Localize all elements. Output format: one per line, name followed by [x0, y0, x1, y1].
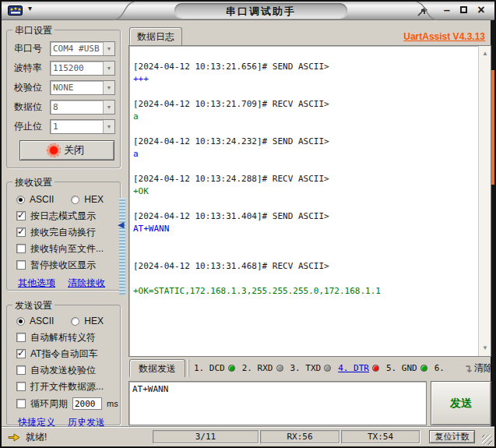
send-option-auto-parity[interactable]: 自动发送校验位	[16, 364, 120, 376]
cycle-checkbox[interactable]	[16, 399, 26, 408]
recv-option-log-mode[interactable]: 按日志模式显示	[16, 210, 120, 222]
log-line: a	[133, 111, 475, 124]
auto-parity-checkbox[interactable]	[16, 365, 26, 375]
auto-newline-checkbox[interactable]	[16, 228, 26, 237]
log-line: [2024-04-12 10:13:31.404]# SEND ASCII>	[133, 211, 475, 224]
chevron-down-icon[interactable]: ▼	[103, 81, 114, 94]
close-port-label: 关闭	[64, 143, 84, 157]
chevron-down-icon[interactable]: ▼	[103, 101, 114, 114]
stop-bits-select[interactable]: 1 ▼	[50, 119, 115, 134]
send-input[interactable]: AT+WANN	[128, 381, 427, 425]
maximize-button[interactable]	[456, 3, 470, 17]
resize-grip[interactable]	[482, 435, 492, 445]
parity-label: 校验位	[14, 81, 50, 94]
pin-6: 6.	[434, 363, 455, 373]
close-window-button[interactable]: ×	[474, 3, 488, 17]
pin-gnd: 5. GND	[386, 363, 427, 373]
file-source-checkbox[interactable]	[16, 382, 26, 391]
pause-display-checkbox[interactable]	[16, 260, 26, 270]
recv-hex-radio[interactable]	[71, 196, 79, 204]
send-hex-radio[interactable]	[71, 317, 79, 326]
status-ready-text: 就绪!	[26, 431, 47, 444]
log-line	[133, 161, 475, 174]
log-mode-checkbox[interactable]	[16, 211, 26, 220]
pause-display-label: 暂停接收区显示	[30, 259, 96, 272]
recv-hex-label: HEX	[84, 194, 104, 205]
com-port-label: 串口号	[14, 42, 50, 55]
auto-parity-label: 自动发送校验位	[30, 364, 96, 377]
send-option-cycle[interactable]: 循环周期 ms	[16, 397, 120, 411]
tab-data-send[interactable]: 数据发送	[129, 359, 185, 377]
more-options-link[interactable]: 其他选项	[18, 277, 55, 289]
escape-checkbox[interactable]	[16, 333, 26, 342]
scroll-up-icon[interactable]: ▲	[479, 48, 491, 60]
port-open-led-icon	[50, 146, 58, 154]
send-format-radios: ASCII HEX	[16, 315, 120, 327]
recv-option-pause-display[interactable]: 暂停接收区显示	[16, 259, 120, 271]
at-cr-label: AT指令自动回车	[30, 347, 97, 361]
recv-ascii-label: ASCII	[30, 194, 54, 205]
group-serial-settings: 串口设置 串口号 COM4 #USB ▼ 波特率 115200 ▼ 校验位 NO…	[6, 30, 121, 168]
log-line: [2024-04-12 10:13:24.288]# RECV ASCII>	[133, 174, 475, 186]
pin-txd: 3. TXD	[290, 363, 332, 373]
group-send-settings: 发送设置 ASCII HEX 自动解析转义符 AT指令自动回车 自动发送校验位 …	[6, 305, 121, 425]
field-data-bits: 数据位 8 ▼	[14, 100, 115, 115]
log-scrollbar[interactable]: ▲ ▼	[478, 46, 491, 356]
statusbar: 就绪! 3/11 RX:56 TX:54 复位计数	[2, 428, 494, 446]
txd-led-icon	[324, 365, 331, 372]
data-bits-select[interactable]: 8 ▼	[50, 100, 115, 115]
recv-ascii-radio[interactable]	[16, 196, 25, 204]
at-cr-checkbox[interactable]	[16, 349, 26, 358]
log-line: [2024-04-12 10:13:24.232]# SEND ASCII>	[133, 136, 475, 149]
app-menu-caret-icon[interactable]: ▾	[28, 4, 32, 12]
app-icon[interactable]	[8, 5, 23, 16]
group-serial-title: 串口设置	[12, 24, 55, 37]
cycle-period-input[interactable]	[72, 397, 102, 410]
recv-to-file-checkbox[interactable]	[16, 244, 26, 253]
scroll-down-icon[interactable]: ▼	[479, 342, 491, 355]
send-option-escape[interactable]: 自动解析转义符	[16, 331, 120, 344]
version-link[interactable]: UartAssist V4.3.13	[403, 31, 485, 42]
chevron-down-icon[interactable]: ▼	[103, 42, 114, 55]
dtr-link[interactable]: 4. DTR	[338, 363, 369, 373]
parity-select[interactable]: NONE ▼	[50, 80, 115, 95]
chevron-down-icon[interactable]: ▼	[103, 62, 114, 75]
log-line	[133, 199, 475, 211]
recv-to-file-label: 接收转向至文件...	[30, 242, 104, 256]
log-line	[133, 249, 475, 261]
close-port-button[interactable]: 关闭	[19, 140, 114, 161]
send-button[interactable]: 发送	[431, 381, 491, 425]
log-view[interactable]: [2024-04-12 10:13:21.656]# SEND ASCII>++…	[128, 45, 491, 357]
log-line: +OK	[133, 186, 475, 199]
dcd-label: 1. DCD	[194, 363, 225, 373]
maximize-icon	[460, 6, 467, 13]
parity-value: NONE	[51, 81, 103, 94]
clear-recv-link[interactable]: 清除接收	[68, 277, 105, 289]
clear-send-area-button[interactable]: ↴ 清除	[463, 362, 492, 375]
baud-rate-value: 115200	[51, 62, 103, 75]
reset-count-button[interactable]: 复位计数	[429, 430, 475, 443]
panel-splitter[interactable]	[119, 198, 125, 295]
tab-data-log[interactable]: 数据日志	[129, 27, 182, 45]
log-line: [2024-04-12 10:13:31.468]# RECV ASCII>	[133, 261, 475, 273]
file-source-label: 打开文件数据源...	[30, 380, 104, 393]
collapse-panel-icon[interactable]: ◀	[118, 220, 124, 230]
log-line: +++	[133, 74, 475, 86]
send-option-at-cr[interactable]: AT指令自动回车	[16, 347, 120, 360]
send-option-file-source[interactable]: 打开文件数据源...	[16, 380, 120, 393]
app-window: ▾ 串口调试助手 – × 串口设置 串口号 COM4 #USB ▼	[0, 0, 496, 448]
log-mode-label: 按日志模式显示	[30, 210, 96, 223]
chevron-down-icon[interactable]: ▼	[103, 120, 114, 133]
send-ascii-radio[interactable]	[16, 317, 25, 326]
field-com-port: 串口号 COM4 #USB ▼	[14, 41, 115, 56]
gnd-label: 5. GND	[386, 363, 417, 373]
rxd-led-icon	[276, 365, 283, 372]
com-port-select[interactable]: COM4 #USB ▼	[50, 41, 115, 56]
titlebar-curve-left	[112, 2, 135, 20]
recv-option-to-file[interactable]: 接收转向至文件...	[16, 242, 120, 255]
recv-option-auto-newline[interactable]: 接收完自动换行	[16, 226, 120, 238]
titlebar[interactable]: ▾ 串口调试助手 – ×	[2, 2, 494, 20]
auto-newline-label: 接收完自动换行	[30, 226, 96, 239]
baud-rate-select[interactable]: 115200 ▼	[50, 61, 115, 76]
minimize-button[interactable]: –	[440, 3, 454, 17]
